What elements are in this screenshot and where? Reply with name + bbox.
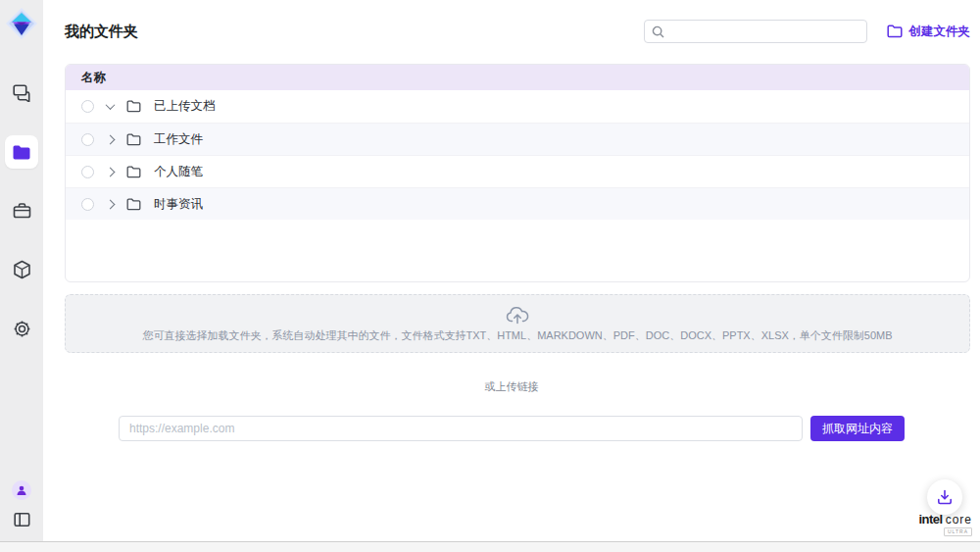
create-folder-label: 创建文件夹 (909, 24, 971, 40)
upload-dropzone[interactable]: 您可直接选择加载文件夹，系统自动处理其中的文件，文件格式支持TXT、HTML、M… (65, 294, 970, 353)
table-row[interactable]: 时事资讯 (66, 187, 969, 220)
upload-hint: 您可直接选择加载文件夹，系统自动处理其中的文件，文件格式支持TXT、HTML、M… (142, 328, 892, 343)
folder-row-icon (126, 166, 141, 178)
folder-table: 名称 已上传文档 工作文件 个人随笔 时事资讯 (65, 64, 970, 282)
fetch-url-button[interactable]: 抓取网址内容 (810, 416, 905, 441)
page-title: 我的文件夹 (65, 23, 138, 41)
collapse-panel-button[interactable] (14, 512, 30, 527)
cloud-upload-icon (506, 305, 529, 325)
diamond-logo-icon (5, 7, 38, 40)
folder-icon (12, 144, 31, 161)
table-row[interactable]: 工作文件 (66, 123, 969, 155)
row-checkbox[interactable] (81, 133, 94, 146)
chevron-icon[interactable] (106, 199, 116, 209)
sidebar-item-models[interactable] (5, 253, 38, 286)
row-label: 工作文件 (154, 131, 203, 148)
panel-icon (14, 512, 30, 527)
row-label: 已上传文档 (154, 98, 216, 115)
sidebar-item-workspace[interactable] (5, 194, 38, 227)
sidebar (0, 0, 43, 541)
search-box[interactable] (644, 20, 867, 43)
sidebar-item-chat[interactable] (5, 76, 38, 110)
create-folder-button[interactable]: 创建文件夹 (887, 24, 971, 40)
link-upload-row: 抓取网址内容 (119, 416, 905, 441)
window-bottom-edge (0, 541, 980, 552)
row-checkbox[interactable] (81, 100, 94, 113)
gear-icon (13, 320, 31, 338)
search-input[interactable] (669, 25, 859, 38)
table-header: 名称 (66, 65, 969, 90)
folder-row-icon (126, 198, 141, 211)
folder-table-body: 已上传文档 工作文件 个人随笔 时事资讯 (66, 90, 969, 220)
chat-icon (13, 84, 31, 102)
download-fab[interactable] (927, 479, 962, 515)
url-input[interactable] (119, 416, 803, 441)
chevron-icon[interactable] (106, 134, 116, 144)
page-header: 我的文件夹 创建文件夹 (43, 0, 980, 43)
or-upload-link-label: 或上传链接 (43, 379, 980, 394)
create-folder-icon (887, 25, 903, 38)
download-icon (937, 489, 953, 505)
user-avatar-icon (16, 484, 27, 496)
search-icon (652, 25, 664, 38)
row-checkbox[interactable] (81, 198, 94, 211)
ultra-badge: ultra (944, 527, 972, 536)
app-logo[interactable] (4, 6, 39, 41)
chevron-icon[interactable] (106, 100, 116, 110)
chevron-icon[interactable] (106, 167, 116, 176)
column-name: 名称 (81, 70, 106, 86)
sidebar-item-settings[interactable] (5, 312, 38, 345)
row-checkbox[interactable] (81, 166, 94, 178)
row-label: 时事资讯 (154, 196, 203, 213)
table-row[interactable]: 已上传文档 (66, 90, 969, 123)
folder-row-icon (126, 133, 141, 146)
intel-core-badge: intel core ultra (918, 513, 972, 536)
cube-icon (13, 260, 31, 279)
row-label: 个人随笔 (154, 164, 203, 180)
main-content: 我的文件夹 创建文件夹 名称 (43, 0, 980, 541)
core-wordmark: core (946, 514, 972, 526)
folder-row-icon (126, 100, 141, 113)
intel-wordmark: intel (918, 513, 942, 526)
table-row[interactable]: 个人随笔 (66, 155, 969, 187)
user-avatar[interactable] (12, 480, 31, 500)
sidebar-item-folders[interactable] (5, 135, 38, 169)
briefcase-icon (13, 202, 31, 220)
